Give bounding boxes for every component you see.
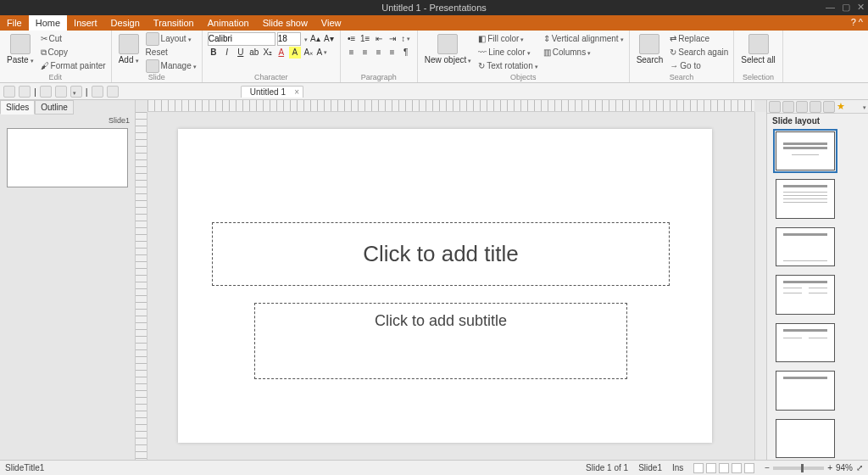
group-label-slide: Slide (115, 73, 198, 82)
vertical-scrollbar[interactable] (754, 112, 766, 465)
layout-option-1[interactable] (776, 131, 835, 170)
spacing-button[interactable]: A (316, 47, 328, 59)
zoom-fit-icon[interactable]: ⤢ (856, 463, 863, 472)
zoom-value[interactable]: 94% (836, 463, 853, 472)
copy-button[interactable]: ⧉Copy (39, 46, 108, 59)
layout-option-5[interactable] (776, 323, 835, 362)
linespacing-button[interactable]: ↕ (400, 33, 412, 45)
qa-open-icon[interactable] (19, 86, 31, 98)
menu-animation[interactable]: Animation (201, 15, 256, 31)
menu-design[interactable]: Design (104, 15, 147, 31)
zoom-slider[interactable] (773, 467, 824, 470)
title-placeholder[interactable]: Click to add title (212, 222, 670, 286)
font-size-dropdown[interactable] (303, 34, 308, 43)
tab-outline[interactable]: Outline (35, 100, 74, 115)
close-icon[interactable]: ✕ (857, 2, 865, 13)
paste-label: Paste (7, 55, 34, 64)
strike-button[interactable]: ab (248, 47, 260, 59)
menu-insert[interactable]: Insert (67, 15, 104, 31)
search-again-button[interactable]: ↻Search again (668, 46, 730, 59)
ribbon-group-slide: Add Layout Reset Manage Slide (112, 31, 203, 82)
rp-media-icon[interactable] (823, 101, 835, 113)
bold-button[interactable]: B (208, 47, 220, 59)
rp-layout-icon[interactable] (769, 101, 781, 113)
layout-option-4[interactable] (776, 275, 835, 314)
qa-more-icon[interactable] (70, 86, 82, 98)
columns-button[interactable]: ▥Columns (542, 46, 626, 59)
layout-option-6[interactable] (776, 371, 835, 410)
slide-thumbnail-1[interactable] (7, 128, 128, 187)
numbering-button[interactable]: 1≡ (359, 33, 371, 45)
minimize-icon[interactable]: — (826, 2, 835, 13)
menu-help-icon[interactable]: ? ^ (846, 15, 868, 31)
reset-button[interactable]: Reset (144, 46, 198, 59)
align-right-button[interactable]: ≡ (373, 47, 385, 59)
select-all-button[interactable]: Select all (737, 32, 779, 66)
replace-button[interactable]: ⇄Replace (668, 32, 730, 45)
qa-folder-icon[interactable] (55, 86, 67, 98)
menu-file[interactable]: File (0, 15, 29, 31)
qa-redo-icon[interactable] (107, 86, 119, 98)
view-normal-icon[interactable] (693, 463, 704, 473)
menu-transition[interactable]: Transition (147, 15, 201, 31)
fill-color-button[interactable]: ◧Fill color (476, 32, 539, 45)
layout-option-7[interactable] (776, 419, 835, 458)
add-slide-button[interactable]: Add (115, 32, 142, 66)
rp-star-icon[interactable]: ★ (837, 101, 845, 112)
view-sorter-icon[interactable] (719, 463, 729, 473)
rp-menu-icon[interactable] (861, 101, 866, 112)
view-show-icon[interactable] (744, 463, 754, 473)
layout-button[interactable]: Layout (144, 32, 198, 45)
underline-button[interactable]: U (235, 47, 247, 59)
grow-font-button[interactable]: A▴ (309, 33, 321, 45)
align-center-button[interactable]: ≡ (359, 47, 371, 59)
slide[interactable]: Click to add title Click to add subtitle (178, 129, 712, 443)
rp-design-icon[interactable] (782, 101, 794, 113)
qa-save-icon[interactable] (40, 86, 52, 98)
qa-undo-icon[interactable] (92, 86, 103, 98)
maximize-icon[interactable]: ▢ (842, 2, 850, 13)
layout-option-2[interactable] (776, 179, 835, 218)
zoom-in-button[interactable]: + (827, 463, 832, 472)
valign-button[interactable]: ⇕Vertical alignment (542, 32, 626, 45)
line-color-button[interactable]: 〰Line color (476, 46, 539, 59)
clear-format-button[interactable]: Aₓ (303, 47, 314, 59)
show-marks-button[interactable]: ¶ (400, 47, 412, 59)
rp-anim-icon[interactable] (810, 101, 821, 113)
qa-new-icon[interactable] (3, 86, 15, 98)
new-object-button[interactable]: New object (421, 32, 475, 66)
font-name-input[interactable] (208, 32, 275, 46)
doc-tab-1[interactable]: Untitled 1 × (241, 86, 303, 98)
outdent-button[interactable]: ⇤ (373, 33, 385, 45)
format-painter-button[interactable]: 🖌Format painter (39, 59, 108, 72)
subscript-button[interactable]: X₂ (262, 47, 274, 59)
align-justify-button[interactable]: ≡ (387, 47, 398, 59)
view-outline-icon[interactable] (706, 463, 716, 473)
text-rotation-button[interactable]: ↻Text rotation (476, 59, 539, 72)
align-left-button[interactable]: ≡ (346, 47, 358, 59)
indent-button[interactable]: ⇥ (387, 33, 398, 45)
paste-button[interactable]: Paste (3, 32, 37, 66)
search-button[interactable]: Search (633, 32, 667, 66)
goto-button[interactable]: →Go to (668, 59, 730, 72)
select-all-icon (748, 34, 769, 54)
menu-slideshow[interactable]: Slide show (256, 15, 314, 31)
shrink-font-button[interactable]: A▾ (323, 33, 335, 45)
highlight-button[interactable]: A (289, 47, 301, 59)
bullets-button[interactable]: •≡ (346, 33, 358, 45)
menu-home[interactable]: Home (29, 15, 67, 31)
view-notes-icon[interactable] (732, 463, 742, 473)
doc-tab-close-icon[interactable]: × (294, 87, 299, 97)
italic-button[interactable]: I (221, 47, 233, 59)
subtitle-placeholder[interactable]: Click to add subtitle (254, 303, 627, 379)
rp-object-icon[interactable] (796, 101, 808, 113)
layout-option-3[interactable] (776, 227, 835, 266)
font-color-button[interactable]: A (275, 47, 287, 59)
font-size-input[interactable] (277, 32, 301, 46)
zoom-out-button[interactable]: − (765, 463, 770, 472)
tab-slides[interactable]: Slides (0, 100, 35, 115)
manage-button[interactable]: Manage (144, 59, 198, 72)
menu-view[interactable]: View (314, 15, 348, 31)
doc-tab-label: Untitled 1 (250, 87, 286, 97)
cut-button[interactable]: ✂Cut (39, 32, 108, 45)
